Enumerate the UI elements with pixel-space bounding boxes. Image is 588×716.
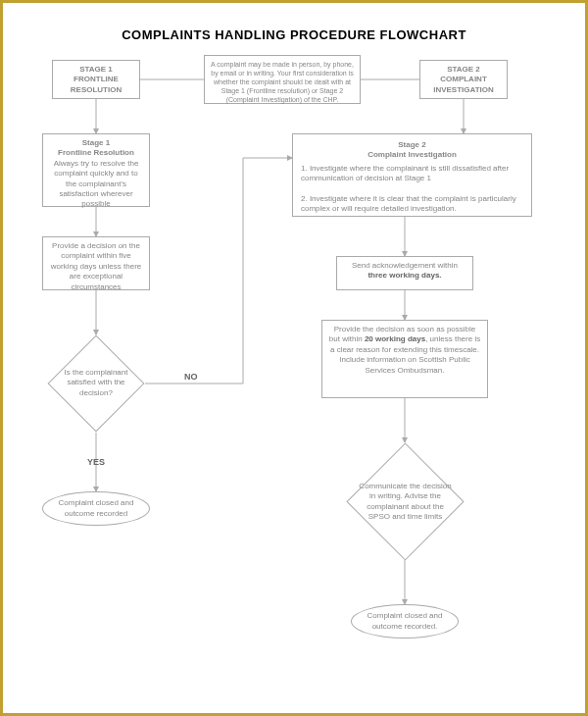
page: COMPLAINTS HANDLING PROCEDURE FLOWCHART: [0, 0, 588, 716]
label-no: NO: [184, 372, 198, 382]
node-ack: Send acknowledgement within three workin…: [336, 256, 473, 290]
node-closed-2: Complaint closed and outcome recorded.: [351, 604, 459, 639]
node-closed-2-text: Complaint closed and outcome recorded.: [356, 611, 454, 632]
node-s2-investigate-title: Stage 2 Complaint Investigation: [301, 140, 523, 161]
flowchart-canvas: STAGE 1 FRONTLINE RESOLUTION A complaint…: [32, 60, 556, 688]
label-yes: YES: [87, 457, 105, 467]
node-ack-pre: Send acknowledgement within: [352, 261, 458, 270]
node-communicate-diamond: Communicate the decision in writing. Adv…: [346, 442, 464, 560]
node-satisfied-diamond: Is the complainant satisfied with the de…: [48, 335, 145, 433]
node-ack-bold: three working days.: [368, 271, 441, 280]
node-closed-1-text: Complaint closed and outcome recorded: [47, 498, 145, 519]
node-provide: Provide the decision as soon as possible…: [321, 320, 488, 398]
node-provide-bold: 20 working days: [365, 334, 425, 343]
node-s1-resolve: Stage 1 Frontline Resolution Always try …: [42, 133, 150, 207]
node-stage1-header: STAGE 1 FRONTLINE RESOLUTION: [52, 60, 140, 99]
node-s2-investigate: Stage 2 Complaint Investigation 1. Inves…: [292, 133, 532, 217]
node-communicate-text: Communicate the decision in writing. Adv…: [357, 482, 455, 523]
node-s2-investigate-body: 1. Investigate where the complainant is …: [301, 164, 523, 215]
node-s1-resolve-body: Always try to resolve the complaint quic…: [49, 159, 143, 210]
flowchart-title: COMPLAINTS HANDLING PROCEDURE FLOWCHART: [32, 27, 556, 42]
node-s1-decision: Provide a decision on the complaint with…: [42, 236, 150, 290]
node-closed-1: Complaint closed and outcome recorded: [42, 491, 150, 526]
node-satisfied-text: Is the complainant satisfied with the de…: [52, 368, 140, 398]
node-s1-resolve-title: Stage 1 Frontline Resolution: [49, 138, 143, 159]
node-stage2-header: STAGE 2 COMPLAINT INVESTIGATION: [419, 60, 508, 99]
node-intro: A complaint may be made in person, by ph…: [204, 55, 361, 104]
